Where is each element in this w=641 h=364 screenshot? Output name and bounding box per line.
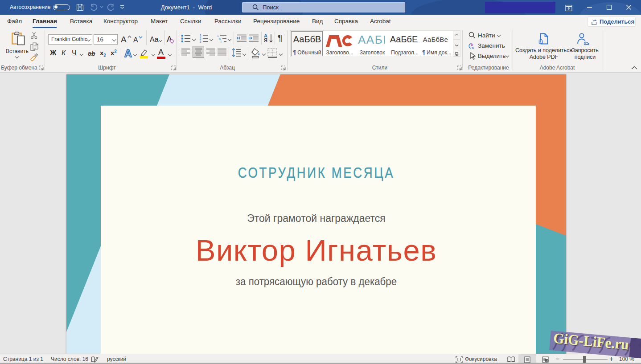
svg-text:c: c <box>472 45 474 50</box>
svg-text:3: 3 <box>200 40 201 43</box>
svg-text:1: 1 <box>217 34 219 37</box>
svg-text:2: 2 <box>200 37 201 40</box>
svg-text:i: i <box>221 40 222 43</box>
